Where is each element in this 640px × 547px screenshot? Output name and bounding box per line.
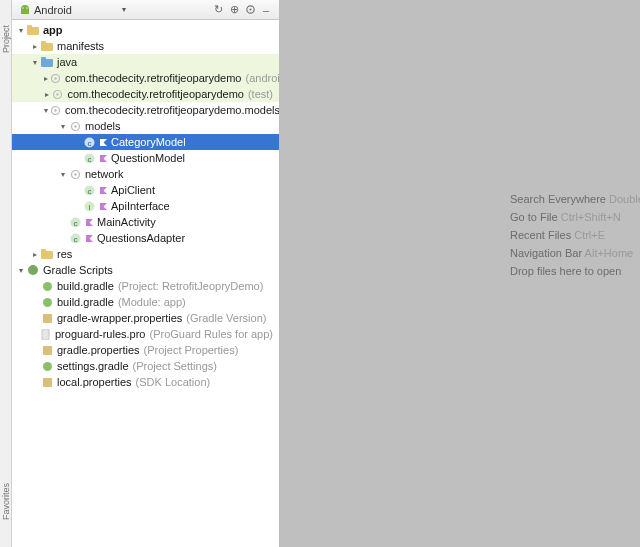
tree-node-java[interactable]: ▾ java <box>12 54 279 70</box>
tree-label: build.gradle <box>57 296 114 308</box>
svg-point-1 <box>26 7 27 8</box>
gutter-favorites[interactable]: Favorites <box>1 478 11 525</box>
kotlin-badge-icon <box>99 199 107 213</box>
svg-rect-6 <box>41 43 53 51</box>
class-icon: c <box>82 183 96 197</box>
folder-icon <box>40 55 54 69</box>
tree-node-res[interactable]: ▸ res <box>12 246 279 262</box>
left-tool-gutter: Project Favorites <box>0 0 12 547</box>
tree-label: proguard-rules.pro <box>55 328 146 340</box>
tree-label: models <box>85 120 120 132</box>
tree-hint: (Module: app) <box>118 296 186 308</box>
tree-node-pkg-androidtest[interactable]: ▸ com.thecodecity.retrofitjeoparydemo (a… <box>12 70 279 86</box>
tree-node-manifests[interactable]: ▸ manifests <box>12 38 279 54</box>
svg-point-15 <box>54 109 56 111</box>
tree-node-build-gradle-project[interactable]: build.gradle (Project: RetrofitJeopryDem… <box>12 278 279 294</box>
tree-node-settings-gradle[interactable]: settings.gradle (Project Settings) <box>12 358 279 374</box>
kotlin-badge-icon <box>99 151 107 165</box>
tree-node-local-properties[interactable]: local.properties (SDK Location) <box>12 374 279 390</box>
class-icon: c <box>68 215 82 229</box>
file-icon <box>38 327 52 341</box>
hint-search-everywhere: Search Everywhere Double Shift <box>510 190 640 208</box>
tree-label: MainActivity <box>97 216 156 228</box>
tree-node-categorymodel[interactable]: c CategoryModel <box>12 134 279 150</box>
kotlin-badge-icon <box>85 215 93 229</box>
svg-rect-9 <box>41 57 46 60</box>
tree-label: gradle.properties <box>57 344 140 356</box>
kotlin-badge-icon <box>99 135 107 149</box>
tree-hint: (Project Properties) <box>144 344 239 356</box>
chevron-right-icon: ▸ <box>30 250 40 259</box>
gear-icon[interactable] <box>243 3 257 17</box>
tree-node-proguard[interactable]: proguard-rules.pro (ProGuard Rules for a… <box>12 326 279 342</box>
module-icon <box>26 23 40 37</box>
svg-rect-38 <box>42 329 49 340</box>
svg-rect-5 <box>27 25 32 28</box>
project-panel-header: Android ▾ ↻ ⊕ – <box>12 0 279 20</box>
tree-node-models[interactable]: ▾ models <box>12 118 279 134</box>
tree-label: gradle-wrapper.properties <box>57 312 182 324</box>
android-icon <box>18 3 32 17</box>
tree-hint: (test) <box>248 88 273 100</box>
svg-rect-32 <box>41 251 53 259</box>
tree-node-mainactivity[interactable]: c MainActivity <box>12 214 279 230</box>
tree-node-apiinterface[interactable]: I ApiInterface <box>12 198 279 214</box>
tree-node-apiclient[interactable]: c ApiClient <box>12 182 279 198</box>
svg-point-23 <box>74 173 76 175</box>
svg-text:I: I <box>88 202 90 211</box>
editor-empty-area[interactable]: Search Everywhere Double Shift Go to Fil… <box>280 0 640 547</box>
tree-node-questionsadapter[interactable]: c QuestionsAdapter <box>12 230 279 246</box>
svg-point-35 <box>43 282 52 291</box>
tree-node-gradle-wrapper[interactable]: gradle-wrapper.properties (Gradle Versio… <box>12 310 279 326</box>
tree-node-pkg-test[interactable]: ▸ com.thecodecity.retrofitjeoparydemo (t… <box>12 86 279 102</box>
svg-point-34 <box>28 265 38 275</box>
tree-node-network[interactable]: ▾ network <box>12 166 279 182</box>
panel-view-dropdown-icon[interactable]: ▾ <box>122 5 126 14</box>
gradle-file-icon <box>40 279 54 293</box>
tree-label: manifests <box>57 40 104 52</box>
panel-title[interactable]: Android <box>34 4 72 16</box>
svg-rect-4 <box>27 27 39 35</box>
expand-button[interactable]: ⊕ <box>227 3 241 17</box>
hide-button[interactable]: – <box>259 3 273 17</box>
package-icon <box>68 167 82 181</box>
gutter-project[interactable]: Project <box>1 20 11 58</box>
folder-icon <box>40 39 54 53</box>
interface-icon: I <box>82 199 96 213</box>
package-icon <box>48 71 62 85</box>
svg-rect-8 <box>41 59 53 67</box>
package-icon <box>48 103 62 117</box>
class-icon: c <box>68 231 82 245</box>
tree-label: app <box>43 24 63 36</box>
chevron-down-icon: ▾ <box>16 266 26 275</box>
gradle-icon <box>26 263 40 277</box>
package-icon <box>50 87 64 101</box>
tree-node-questionmodel[interactable]: c QuestionModel <box>12 150 279 166</box>
svg-point-11 <box>54 77 56 79</box>
gradle-file-icon <box>40 359 54 373</box>
svg-text:c: c <box>87 154 91 163</box>
navigation-hints: Search Everywhere Double Shift Go to Fil… <box>510 190 640 280</box>
tree-node-gradle-properties[interactable]: gradle.properties (Project Properties) <box>12 342 279 358</box>
tree-hint: (Project: RetrofitJeopryDemo) <box>118 280 264 292</box>
tree-node-build-gradle-module[interactable]: build.gradle (Module: app) <box>12 294 279 310</box>
tree-node-pkg-models[interactable]: ▾ com.thecodecity.retrofitjeoparydemo.mo… <box>12 102 279 118</box>
hint-navigation-bar: Navigation Bar Alt+Home <box>510 244 640 262</box>
chevron-right-icon: ▸ <box>30 42 40 51</box>
tree-node-app[interactable]: ▾ app <box>12 22 279 38</box>
svg-rect-39 <box>43 346 52 355</box>
svg-point-17 <box>74 125 76 127</box>
hint-drop-files: Drop files here to open <box>510 262 640 280</box>
tree-label: res <box>57 248 72 260</box>
tree-node-gradle-scripts[interactable]: ▾ Gradle Scripts <box>12 262 279 278</box>
svg-rect-7 <box>41 41 46 44</box>
tree-label: com.thecodecity.retrofitjeoparydemo <box>65 72 242 84</box>
hint-go-to-file: Go to File Ctrl+Shift+N <box>510 208 640 226</box>
sync-button[interactable]: ↻ <box>211 3 225 17</box>
project-tree[interactable]: ▾ app ▸ manifests ▾ java ▸ com.th <box>12 20 279 547</box>
tree-hint: (Project Settings) <box>133 360 217 372</box>
tree-label: network <box>85 168 124 180</box>
properties-file-icon <box>40 343 54 357</box>
tree-label: java <box>57 56 77 68</box>
svg-text:c: c <box>87 138 91 147</box>
